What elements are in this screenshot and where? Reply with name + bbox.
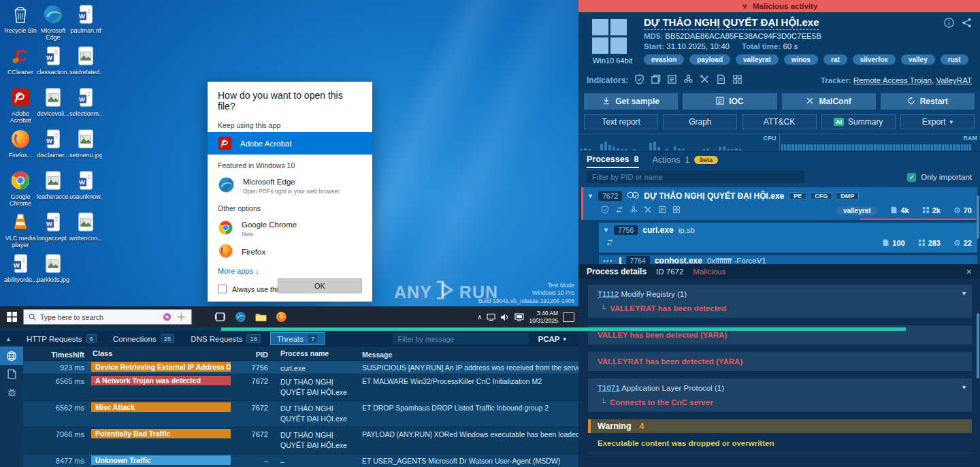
tag-rust[interactable]: rust [941, 54, 968, 65]
desktop-icon-saidrelated[interactable]: saidrelated... [69, 44, 102, 86]
collapse-caret-icon[interactable]: ▼ [587, 193, 593, 199]
desktop-icon-microsoft-edge[interactable]: Microsoft Edge [37, 3, 69, 44]
desktop-icon-classaction[interactable]: Wclassaction... [37, 44, 69, 86]
taskbar-search-input[interactable]: Type here to search [23, 309, 192, 325]
desktop-icon-google-chrome[interactable]: Google Chrome [4, 169, 37, 210]
process-row-7756[interactable]: ▼ 7756 curl.exe ip.sb 100283⚙22 [599, 223, 977, 253]
desktop-icon-longaccept[interactable]: Wlongaccept... [37, 210, 69, 252]
desktop-icon-leatheracce[interactable]: leatheracce... [37, 169, 69, 210]
technique-t1071[interactable]: T1071 Application Layer Protocol (1)▾└Co… [588, 379, 972, 412]
desktop-icon-recycle-bin[interactable]: Recycle Bin [4, 3, 37, 44]
checkbox-checked-icon[interactable]: ✓ [907, 173, 916, 182]
action-center-button[interactable] [563, 312, 574, 322]
table-row[interactable]: 6562 msMisc Attack7672DỰ THẢO NGHỊ QUYẾT… [23, 400, 578, 427]
desktop-icon-paulman-rtf[interactable]: Wpaulman.rtf [69, 3, 102, 44]
only-important-toggle[interactable]: ✓ Only important [907, 173, 972, 182]
bug-icon[interactable] [0, 383, 23, 402]
tag-evasion[interactable]: evasion [644, 54, 684, 65]
tools-icon[interactable] [644, 204, 652, 216]
sample-file-name[interactable]: DỰ THẢO NGHỊ QUYẾT ĐẠI HỘI.exe [644, 16, 819, 30]
tab-http-requests[interactable]: HTTP Requests6 [20, 332, 103, 345]
table-row[interactable]: 923 msDevice Retrieving External IP Addr… [23, 360, 578, 374]
taskbar-edge-button[interactable] [230, 306, 250, 327]
malconf-button[interactable]: MalConf [782, 93, 876, 110]
info-icon[interactable] [944, 18, 954, 31]
app-option-microsoft-edge[interactable]: Microsoft Edge Open PDFs right in your w… [208, 172, 372, 197]
task-view-button[interactable] [210, 306, 230, 327]
file-explorer-button[interactable] [250, 306, 271, 327]
process-tag-valleyrat[interactable]: valleyrat [836, 206, 878, 215]
files-counter[interactable]: 4k [890, 206, 909, 215]
share-icon[interactable] [962, 18, 972, 31]
file-icon[interactable] [0, 365, 23, 383]
md5-value[interactable]: BB52DAE86ACA85FE38AC94F3D0C7EE5B [665, 32, 821, 40]
biohazard-icon[interactable] [683, 74, 693, 87]
tab-threats[interactable]: Threats7 [270, 332, 325, 345]
start-button[interactable] [0, 306, 23, 327]
files-counter[interactable]: 100 [882, 239, 904, 248]
tag-silverfox[interactable]: silverfox [853, 54, 896, 65]
table-row[interactable]: 6565 msA Network Trojan was detected7672… [23, 374, 578, 400]
tab-processes[interactable]: Processes8 [587, 152, 639, 168]
technique-link[interactable]: T1071 [598, 384, 620, 392]
badge-pe[interactable]: PE [789, 192, 806, 200]
grid-icon[interactable] [732, 74, 742, 87]
globe-icon[interactable] [0, 347, 23, 365]
table-row[interactable]: 8477 msUnknown Traffic––ET USER_AGENTS M… [23, 453, 578, 467]
graph-button[interactable]: Graph [663, 114, 737, 129]
restart-button[interactable]: Restart [881, 93, 975, 110]
shield-icon[interactable] [634, 74, 644, 87]
tray-network-icon[interactable] [514, 313, 524, 321]
desktop-icon-vlc-media-player[interactable]: VLC media player [4, 210, 37, 252]
report-icon[interactable] [667, 74, 677, 87]
modules-counter[interactable]: 2k [922, 206, 941, 215]
badge-dmp[interactable]: DMP [836, 192, 859, 200]
copy-icon[interactable] [651, 74, 661, 87]
summary-button[interactable]: AISummary [821, 114, 896, 129]
tab-actions[interactable]: Actions1beta [653, 152, 718, 168]
export-button[interactable]: Export▾ [900, 114, 975, 129]
desktop-icon-setmenu-jpg[interactable]: setmenu.jpg [69, 127, 102, 169]
detection-item[interactable]: VALLEYRAT has been detected (YARA) [588, 352, 972, 371]
att-ck-button[interactable]: ATT&CK [742, 114, 816, 129]
tag-rat[interactable]: rat [823, 54, 847, 65]
process-row-7672[interactable]: ▼ 7672 DỰ THẢO NGHỊ QUYẾT ĐẠI HỘI.exe PE… [581, 187, 977, 220]
desktop-icon-abilityorde[interactable]: Wabilityorde... [4, 252, 37, 293]
desktop-icon-devicevali[interactable]: devicevali... [37, 86, 69, 127]
app-option-firefox[interactable]: Firefox [208, 240, 372, 261]
tray-speaker-icon[interactable] [500, 313, 510, 321]
expand-caret-icon[interactable]: ▾ [962, 383, 966, 391]
tray-display-icon[interactable] [487, 313, 495, 321]
tab-connections[interactable]: Connections25 [106, 332, 182, 345]
message-filter-input[interactable] [393, 333, 529, 344]
tracker-link-rat[interactable]: Remote Access Trojan [853, 76, 932, 84]
get-sample-button[interactable]: Get sample [584, 93, 678, 110]
report-icon[interactable] [658, 204, 666, 216]
swap-icon[interactable] [615, 204, 623, 216]
timeline-splitter-bar[interactable] [221, 327, 906, 331]
biohazard-icon[interactable] [630, 204, 638, 216]
tag-valley[interactable]: valley [901, 54, 935, 65]
pcap-button[interactable]: PCAP▾ [532, 335, 573, 343]
warning-section-header[interactable]: Warning 4 [588, 419, 972, 433]
tree-scrollbar[interactable] [977, 195, 979, 239]
tray-expand-icon[interactable]: ∧ [477, 313, 482, 321]
taskbar-clock[interactable]: 3:40 AM 10/31/2025 [529, 310, 558, 324]
taskbar-firefox-button[interactable] [271, 306, 291, 327]
desktop-icon-parkkids-jpg[interactable]: parkkids.jpg [37, 252, 69, 293]
tab-dns-requests[interactable]: DNS Requests16 [184, 332, 267, 345]
desktop-icon-usaunknow[interactable]: Wusaunknow... [69, 169, 102, 210]
details-scrollbar[interactable] [977, 313, 979, 379]
close-icon[interactable]: × [966, 266, 972, 277]
desktop-icon-adobe-acrobat[interactable]: Adobe Acrobat [4, 86, 37, 127]
config-icon[interactable] [716, 74, 726, 87]
shield-icon[interactable] [601, 204, 609, 216]
table-row[interactable]: 7066 msPotentially Bad Traffic7672DỰ THẢ… [23, 427, 578, 453]
more-apps-link[interactable]: More apps ↓ [208, 261, 372, 278]
app-option-google-chrome[interactable]: Google ChromeNew [208, 215, 372, 240]
desktop-icon-ccleaner[interactable]: CCCleaner [4, 44, 37, 86]
collapse-caret-icon[interactable]: ▼ [603, 227, 609, 234]
tag-winos[interactable]: winos [784, 54, 818, 65]
technique-link[interactable]: T1112 [598, 290, 619, 298]
text-report-button[interactable]: Text report [584, 114, 658, 129]
